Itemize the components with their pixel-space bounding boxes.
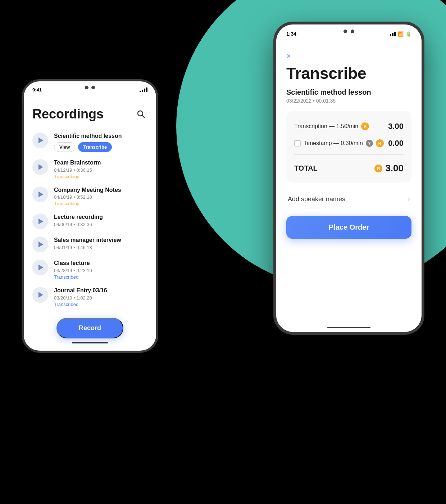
phone2-content: × Transcribe Scientific method lesson 03… — [276, 44, 422, 332]
play-icon-2 — [38, 164, 43, 170]
speaker-names-label: Add speaker names — [288, 195, 345, 203]
transcription-cost-row: Transcription — 1.50/min R 3.00 — [294, 118, 404, 135]
speaker-names-chevron-icon: › — [408, 195, 410, 203]
transcription-value: 3.00 — [388, 122, 404, 131]
recording-status-7: Transcribed — [54, 302, 147, 307]
transcription-label: Transcription — 1.50/min R — [294, 122, 369, 130]
svg-line-1 — [142, 115, 145, 118]
recording-name-1: Scientific method lesson — [54, 132, 147, 140]
recording-status-3: Transcribing — [54, 201, 147, 206]
recording-name-4: Lecture recording — [54, 213, 147, 221]
p2-signal-bar-1 — [390, 34, 391, 36]
play-button-6[interactable] — [32, 260, 48, 275]
place-order-button[interactable]: Place Order — [286, 216, 411, 239]
phone1-content: Recordings Scientific method lesson View… — [24, 99, 156, 351]
recording-name-6: Class lecture — [54, 260, 147, 267]
play-button-7[interactable] — [32, 287, 48, 303]
recording-meta-4: 04/06/19 • 0:32:36 — [54, 222, 147, 227]
phone2-time: 1:34 — [286, 31, 296, 37]
total-value: 3.00 — [385, 163, 404, 174]
recording-info-1: Scientific method lesson View Transcribe — [54, 132, 147, 152]
recording-status-6: Transcribed — [54, 274, 147, 280]
record-bar: Record — [24, 318, 156, 343]
signal-bar-1 — [140, 91, 141, 92]
search-icon — [137, 110, 145, 118]
phone1-time: 9:41 — [32, 87, 42, 93]
phone2-status-right: 📶 🔋 — [390, 31, 411, 37]
speaker-names-row[interactable]: Add speaker names › — [286, 190, 411, 209]
recording-meta-3: 04/10/19 • 0:52:18 — [54, 194, 147, 200]
phone1-recordings: 9:41 Recordings Scientific m — [22, 79, 158, 353]
signal-bar-4 — [146, 87, 147, 92]
recording-meta-2: 04/12/19 • 0:36:15 — [54, 167, 147, 173]
play-button-4[interactable] — [32, 213, 48, 229]
recordings-header: Recordings — [24, 103, 156, 129]
wifi-icon: 📶 — [398, 31, 404, 37]
play-button-3[interactable] — [32, 186, 48, 202]
recording-info-4: Lecture recording 04/06/19 • 0:32:36 — [54, 213, 147, 227]
timestamp-help-icon[interactable]: ? — [366, 140, 373, 147]
record-button[interactable]: Record — [56, 318, 123, 338]
transcribe-button-1[interactable]: Transcribe — [78, 142, 112, 152]
search-button[interactable] — [135, 108, 147, 121]
timestamp-cost-row: Timestamp — 0.30/min ? R 0.00 — [294, 135, 404, 152]
recording-item-1: Scientific method lesson View Transcribe — [24, 129, 156, 156]
phone1-home-indicator — [72, 342, 108, 343]
recording-meta-7: 03/20/19 • 1:02:20 — [54, 295, 147, 301]
cost-card: Transcription — 1.50/min R 3.00 Timestam… — [286, 111, 411, 183]
view-button-1[interactable]: View — [54, 142, 75, 152]
play-icon-5 — [38, 242, 43, 247]
recording-item-5: Sales manager interview 04/01/19 • 0:46:… — [24, 233, 156, 256]
play-button-5[interactable] — [32, 237, 48, 252]
recording-item-3: Company Meeting Notes 04/10/19 • 0:52:18… — [24, 183, 156, 210]
recording-info-3: Company Meeting Notes 04/10/19 • 0:52:18… — [54, 186, 147, 207]
recording-info-5: Sales manager interview 04/01/19 • 0:46:… — [54, 237, 147, 250]
recording-info-7: Journal Entry 03/16 03/20/19 • 1:02:20 T… — [54, 287, 147, 307]
total-row: TOTAL R 3.00 — [294, 158, 404, 175]
play-icon-1 — [38, 138, 43, 143]
play-icon-4 — [38, 219, 43, 224]
close-button[interactable]: × — [286, 51, 291, 61]
p2-signal-bar-2 — [392, 33, 393, 36]
recording-name-3: Company Meeting Notes — [54, 186, 147, 194]
phone2-signal-bars — [390, 32, 396, 36]
transcribe-recording-meta: 03/22/2022 • 00:01:35 — [286, 98, 411, 104]
total-coin-icon: R — [374, 165, 382, 172]
recording-info-6: Class lecture 03/28/19 • 0:23:10 Transcr… — [54, 260, 147, 280]
play-button-2[interactable] — [32, 159, 48, 175]
phone2-home-indicator — [327, 327, 370, 328]
total-value-group: R 3.00 — [374, 163, 404, 174]
phone1-signal-bars — [140, 87, 147, 92]
transcribe-screen-title: Transcribe — [286, 64, 411, 82]
signal-bar-3 — [144, 89, 145, 92]
phone1-status-bar: 9:41 — [24, 87, 156, 93]
signal-bar-2 — [142, 90, 143, 92]
timestamp-checkbox[interactable] — [294, 140, 301, 147]
recording-info-2: Team Brainstorm 04/12/19 • 0:36:15 Trans… — [54, 159, 147, 179]
p2-signal-bar-3 — [394, 32, 396, 36]
phone2-status-bar: 1:34 📶 🔋 — [276, 31, 422, 37]
play-button-1[interactable] — [32, 132, 48, 148]
play-icon-7 — [38, 292, 43, 298]
recording-name-7: Journal Entry 03/16 — [54, 287, 147, 294]
phone2-transcribe: 1:34 📶 🔋 × Transcribe Scientific method … — [273, 22, 424, 335]
transcribe-recording-name: Scientific method lesson — [286, 88, 411, 96]
recording-item-2: Team Brainstorm 04/12/19 • 0:36:15 Trans… — [24, 156, 156, 183]
recording-meta-5: 04/01/19 • 0:46:18 — [54, 245, 147, 250]
transcription-coin-icon: R — [361, 122, 369, 130]
cost-divider — [294, 154, 404, 155]
timestamp-value: 0.00 — [388, 139, 404, 148]
recording-name-2: Team Brainstorm — [54, 159, 147, 167]
timestamp-coin-icon: R — [376, 139, 384, 147]
recording-status-2: Transcribing — [54, 174, 147, 179]
recordings-title: Recordings — [32, 107, 104, 122]
recording-item-7: Journal Entry 03/16 03/20/19 • 1:02:20 T… — [24, 283, 156, 311]
total-label: TOTAL — [294, 164, 318, 172]
recording-meta-6: 03/28/19 • 0:23:10 — [54, 268, 147, 273]
recording-actions-1: View Transcribe — [54, 142, 147, 152]
recording-name-5: Sales manager interview — [54, 237, 147, 244]
play-icon-6 — [38, 265, 43, 270]
timestamp-label: Timestamp — 0.30/min ? R — [294, 139, 384, 147]
recording-item-4: Lecture recording 04/06/19 • 0:32:36 — [24, 210, 156, 233]
recording-item-6: Class lecture 03/28/19 • 0:23:10 Transcr… — [24, 256, 156, 283]
